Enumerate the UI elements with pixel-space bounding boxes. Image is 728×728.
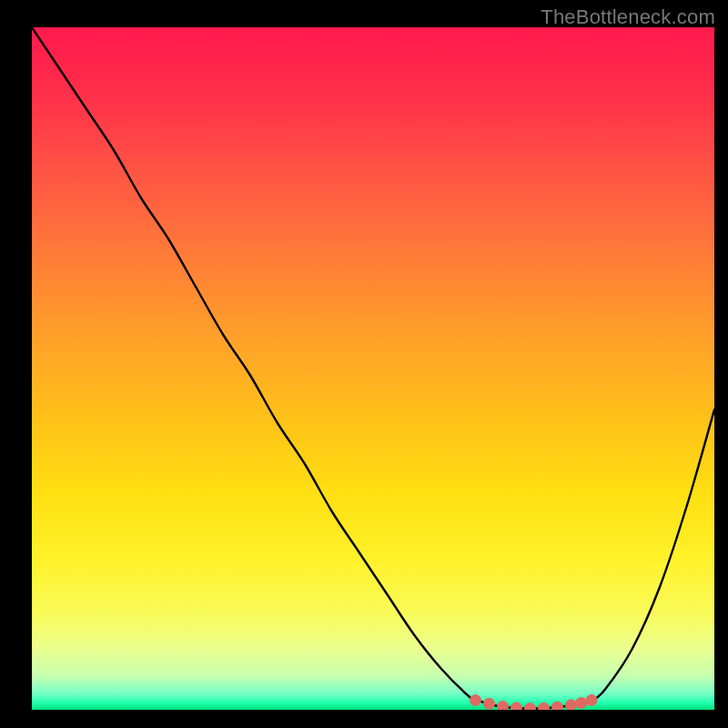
marker-dot [552,702,563,710]
plot-area [32,27,714,710]
marker-dot [576,698,587,709]
marker-dot [586,695,597,706]
marker-dot [484,698,495,709]
marker-dot [525,703,536,711]
marker-dot [566,700,577,710]
marker-dot [539,703,550,710]
marker-dot [498,701,509,710]
watermark-text: TheBottleneck.com [541,5,715,29]
marker-dot [470,695,481,706]
bottom-marker-cluster [470,695,598,711]
bottleneck-curve [32,27,714,709]
chart-frame: TheBottleneck.com [0,0,728,728]
marker-dot [511,703,522,710]
curve-layer [32,27,714,710]
